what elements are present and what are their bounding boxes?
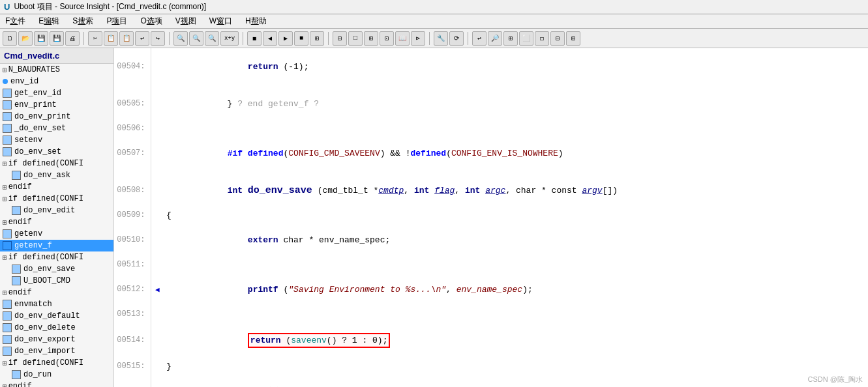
menu-window[interactable]: W窗口 (207, 15, 235, 27)
sidebar-item-setenv[interactable]: setenv (0, 134, 113, 146)
box-icon (12, 276, 21, 285)
sidebar-item-ifdefined3[interactable]: ⊞ if defined(CONFI (0, 251, 113, 263)
tb-bm6[interactable]: ⊳ (411, 31, 425, 46)
sidebar-label: do_env_print (14, 112, 70, 121)
line-number: 00511: (114, 259, 151, 271)
sidebar-label: do_env_edit (23, 206, 75, 215)
tb-paste[interactable]: 📋 (119, 31, 134, 46)
sidebar-item-doenvset_[interactable]: _do_env_set (0, 122, 113, 134)
toolbar: 🗋 📂 💾 💾 🖨 ✂ 📋 📋 ↩ ↪ 🔍 🔍 🔍 x+y ◼ ◀ ▶ ■ ⊞ … (0, 29, 868, 48)
line-number: 00510: (114, 222, 151, 259)
sidebar-item-ifdefined4[interactable]: ⊞ if defined(CONFI (0, 357, 113, 369)
sidebar-item-endif3[interactable]: ⊞ endif (0, 287, 113, 298)
tb-misc2[interactable]: ⟳ (449, 31, 464, 46)
tb-misc6[interactable]: ⬜ (519, 31, 533, 46)
sidebar-label: getenv (14, 229, 42, 238)
tb-bm4[interactable]: ⊡ (380, 31, 394, 46)
sidebar-label: endif (8, 182, 32, 192)
sidebar-item-doenvsave[interactable]: do_env_save (9, 263, 113, 275)
sidebar-item-ubootcmd[interactable]: U_BOOT_CMD (9, 275, 113, 287)
tb-bm3[interactable]: ⊞ (364, 31, 378, 46)
tb-find3[interactable]: 🔍 (205, 31, 219, 46)
sidebar-label: envmatch (14, 300, 52, 309)
sidebar-item-ifdefined2[interactable]: ⊞ if defined(CONFI (0, 193, 113, 205)
sidebar-item-getenvf[interactable]: getenv_f (0, 240, 113, 251)
tb-misc4[interactable]: 🔎 (488, 31, 502, 46)
tb-find2[interactable]: 🔍 (189, 31, 203, 46)
box-icon (3, 335, 12, 344)
tb-undo[interactable]: ↩ (135, 31, 149, 46)
box-icon (3, 241, 12, 250)
sidebar-item-doenvdelete[interactable]: do_env_delete (0, 322, 113, 334)
menu-help[interactable]: H帮助 (243, 15, 269, 27)
tb-cut[interactable]: ✂ (88, 31, 102, 46)
tb-nav3[interactable]: ▶ (278, 31, 293, 46)
tb-nav4[interactable]: ■ (294, 31, 308, 46)
table-row: 00514: return (saveenv() ? 1 : 0); (114, 321, 868, 360)
tb-print[interactable]: 🖨 (65, 31, 80, 46)
tb-divider5 (429, 32, 430, 45)
sidebar-item-doenvedit[interactable]: do_env_edit (9, 205, 113, 216)
menu-edit[interactable]: E编辑 (36, 15, 62, 27)
tb-redo[interactable]: ↪ (151, 31, 165, 46)
menu-view[interactable]: V视图 (173, 15, 199, 27)
tb-nav1[interactable]: ◼ (247, 31, 262, 46)
sidebar-item-envmatch[interactable]: envmatch (0, 298, 113, 310)
sidebar-label: endif (8, 218, 32, 227)
tb-new[interactable]: 🗋 (3, 31, 17, 46)
tb-open[interactable]: 📂 (18, 31, 33, 46)
sidebar-item-nbaudrates[interactable]: ⊞ N_BAUDRATES (0, 64, 113, 76)
tb-bm5[interactable]: 📖 (395, 31, 410, 46)
tb-misc8[interactable]: ⊟ (550, 31, 565, 46)
tb-misc5[interactable]: ⊞ (503, 31, 518, 46)
table-row: 00505: } ? end getenv_f ? (114, 85, 868, 122)
sidebar-item-doenvask[interactable]: do_env_ask (9, 169, 113, 181)
sidebar-item-doenvprint[interactable]: do_env_print (0, 111, 113, 122)
tb-save[interactable]: 💾 (34, 31, 48, 46)
box-icon (12, 265, 21, 274)
sidebar-item-doenvdefault[interactable]: do_env_default (0, 310, 113, 322)
code-area[interactable]: 00504: return (-1); 00505: } ? end geten… (114, 48, 868, 387)
sidebar-item-envprint[interactable]: env_print (0, 99, 113, 111)
menu-file[interactable]: F文件 (3, 15, 28, 27)
title-bar: U Uboot 项目 - Source Insight - [Cmd_nvedi… (0, 0, 868, 14)
tb-bm1[interactable]: ⊟ (333, 31, 347, 46)
sidebar-item-getenv[interactable]: getenv (0, 228, 113, 240)
sidebar-item-endif2[interactable]: ⊞ endif (0, 216, 113, 228)
sidebar-item-dorun[interactable]: do_run (9, 369, 113, 380)
code-content (164, 122, 868, 135)
menu-search[interactable]: S搜索 (70, 15, 96, 27)
box-icon (12, 206, 21, 215)
table-row: 00516: 环境变量保存命令 (114, 373, 868, 387)
tb-misc9[interactable]: ⊞ (566, 31, 580, 46)
menu-project[interactable]: P项目 (104, 15, 130, 27)
tb-misc3[interactable]: ↩ (472, 31, 486, 46)
sidebar-item-getenvid[interactable]: get_env_id (0, 87, 113, 99)
sidebar-item-doenvimport[interactable]: do_env_import (0, 345, 113, 357)
sidebar-item-envid[interactable]: env_id (0, 76, 113, 87)
box-icon (3, 347, 12, 356)
tb-misc1[interactable]: 🔧 (434, 31, 448, 46)
tb-find[interactable]: 🔍 (173, 31, 188, 46)
tb-save2[interactable]: 💾 (50, 31, 64, 46)
watermark: CSDN @陈_陶水 (807, 375, 863, 384)
tb-copy[interactable]: 📋 (104, 31, 118, 46)
code-content: { (164, 209, 868, 222)
sidebar-item-doenvset[interactable]: do_env_set (0, 146, 113, 158)
tb-nav5[interactable]: ⊞ (310, 31, 324, 46)
sidebar-label: if defined(CONFI (8, 159, 83, 168)
sidebar-item-ifdefined1[interactable]: ⊞ if defined(CONFI (0, 158, 113, 169)
box-icon (12, 370, 21, 379)
sidebar-item-endif1[interactable]: ⊞ endif (0, 181, 113, 193)
hash-icon: ⊞ (3, 359, 7, 367)
sidebar-item-doenvexport[interactable]: do_env_export (0, 334, 113, 345)
tb-nav2[interactable]: ◀ (263, 31, 277, 46)
sidebar-item-endif4[interactable]: ⊞ endif (0, 380, 113, 387)
sidebar-title: Cmd_nvedit.c (0, 48, 113, 64)
box-icon (3, 112, 12, 121)
tb-bm2[interactable]: □ (348, 31, 363, 46)
tb-misc7[interactable]: ◻ (535, 31, 549, 46)
sidebar-label: U_BOOT_CMD (23, 276, 70, 285)
menu-options[interactable]: O选项 (138, 15, 164, 27)
tb-xy[interactable]: x+y (220, 31, 239, 46)
